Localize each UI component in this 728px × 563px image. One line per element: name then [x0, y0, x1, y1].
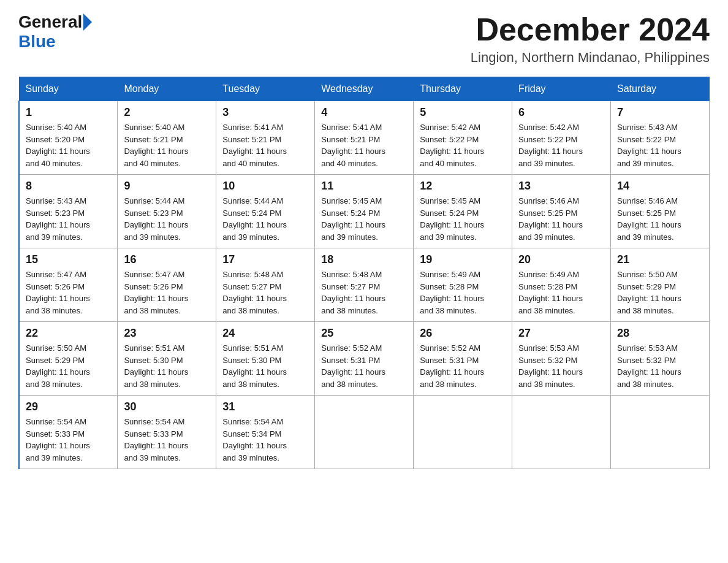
- day-info: Sunrise: 5:54 AM Sunset: 5:33 PM Dayligh…: [124, 416, 210, 464]
- calendar-week-row: 8 Sunrise: 5:43 AM Sunset: 5:23 PM Dayli…: [19, 175, 710, 248]
- page-header: General Blue December 2024 Lingion, Nort…: [18, 12, 710, 66]
- month-title: December 2024: [471, 12, 710, 47]
- calendar-cell: 16 Sunrise: 5:47 AM Sunset: 5:26 PM Dayl…: [118, 248, 216, 322]
- day-info: Sunrise: 5:54 AM Sunset: 5:33 PM Dayligh…: [26, 416, 111, 464]
- day-info: Sunrise: 5:41 AM Sunset: 5:21 PM Dayligh…: [321, 121, 407, 169]
- day-info: Sunrise: 5:42 AM Sunset: 5:22 PM Dayligh…: [420, 121, 506, 169]
- day-number: 2: [124, 106, 210, 119]
- calendar-cell: 31 Sunrise: 5:54 AM Sunset: 5:34 PM Dayl…: [216, 396, 315, 469]
- calendar-cell: 29 Sunrise: 5:54 AM Sunset: 5:33 PM Dayl…: [19, 396, 118, 469]
- day-info: Sunrise: 5:51 AM Sunset: 5:30 PM Dayligh…: [124, 342, 210, 390]
- header-sunday: Sunday: [19, 77, 118, 101]
- calendar-cell: [611, 396, 710, 469]
- day-number: 9: [124, 180, 210, 193]
- header-wednesday: Wednesday: [315, 77, 414, 101]
- calendar-cell: 18 Sunrise: 5:48 AM Sunset: 5:27 PM Dayl…: [315, 248, 414, 322]
- day-info: Sunrise: 5:50 AM Sunset: 5:29 PM Dayligh…: [26, 342, 111, 390]
- day-number: 19: [420, 253, 506, 266]
- day-number: 17: [222, 253, 308, 266]
- header-saturday: Saturday: [611, 77, 710, 101]
- day-info: Sunrise: 5:48 AM Sunset: 5:27 PM Dayligh…: [222, 269, 308, 316]
- calendar-cell: 3 Sunrise: 5:41 AM Sunset: 5:21 PM Dayli…: [216, 101, 315, 175]
- calendar-week-row: 29 Sunrise: 5:54 AM Sunset: 5:33 PM Dayl…: [19, 396, 710, 469]
- calendar-cell: [512, 396, 611, 469]
- day-info: Sunrise: 5:45 AM Sunset: 5:24 PM Dayligh…: [321, 195, 407, 243]
- day-number: 31: [222, 400, 308, 413]
- day-info: Sunrise: 5:52 AM Sunset: 5:31 PM Dayligh…: [321, 342, 407, 390]
- day-info: Sunrise: 5:41 AM Sunset: 5:21 PM Dayligh…: [222, 121, 308, 169]
- logo-triangle-icon: [83, 13, 92, 31]
- calendar-cell: 25 Sunrise: 5:52 AM Sunset: 5:31 PM Dayl…: [315, 322, 414, 396]
- day-info: Sunrise: 5:46 AM Sunset: 5:25 PM Dayligh…: [518, 195, 604, 243]
- day-info: Sunrise: 5:54 AM Sunset: 5:34 PM Dayligh…: [222, 416, 308, 464]
- day-number: 16: [124, 253, 210, 266]
- day-info: Sunrise: 5:44 AM Sunset: 5:23 PM Dayligh…: [124, 195, 210, 243]
- day-info: Sunrise: 5:46 AM Sunset: 5:25 PM Dayligh…: [617, 195, 703, 243]
- day-info: Sunrise: 5:43 AM Sunset: 5:22 PM Dayligh…: [617, 121, 703, 169]
- logo-blue-text: Blue: [18, 32, 56, 52]
- header-monday: Monday: [118, 77, 216, 101]
- calendar-cell: [315, 396, 414, 469]
- day-info: Sunrise: 5:53 AM Sunset: 5:32 PM Dayligh…: [617, 342, 703, 390]
- day-number: 10: [222, 180, 308, 193]
- day-info: Sunrise: 5:45 AM Sunset: 5:24 PM Dayligh…: [420, 195, 506, 243]
- calendar-cell: 22 Sunrise: 5:50 AM Sunset: 5:29 PM Dayl…: [19, 322, 118, 396]
- calendar-cell: 2 Sunrise: 5:40 AM Sunset: 5:21 PM Dayli…: [118, 101, 216, 175]
- day-number: 29: [26, 400, 111, 413]
- calendar-cell: [414, 396, 512, 469]
- calendar-cell: 5 Sunrise: 5:42 AM Sunset: 5:22 PM Dayli…: [414, 101, 512, 175]
- day-info: Sunrise: 5:40 AM Sunset: 5:20 PM Dayligh…: [26, 121, 111, 169]
- day-number: 4: [321, 106, 407, 119]
- calendar-week-row: 15 Sunrise: 5:47 AM Sunset: 5:26 PM Dayl…: [19, 248, 710, 322]
- day-number: 1: [26, 106, 111, 119]
- day-number: 8: [26, 180, 111, 193]
- calendar-cell: 14 Sunrise: 5:46 AM Sunset: 5:25 PM Dayl…: [611, 175, 710, 248]
- calendar-cell: 30 Sunrise: 5:54 AM Sunset: 5:33 PM Dayl…: [118, 396, 216, 469]
- day-number: 30: [124, 400, 210, 413]
- day-info: Sunrise: 5:52 AM Sunset: 5:31 PM Dayligh…: [420, 342, 506, 390]
- day-number: 26: [420, 327, 506, 340]
- calendar-cell: 15 Sunrise: 5:47 AM Sunset: 5:26 PM Dayl…: [19, 248, 118, 322]
- day-number: 11: [321, 180, 407, 193]
- day-number: 14: [617, 180, 703, 193]
- day-number: 12: [420, 180, 506, 193]
- day-info: Sunrise: 5:53 AM Sunset: 5:32 PM Dayligh…: [518, 342, 604, 390]
- day-number: 13: [518, 180, 604, 193]
- calendar-week-row: 1 Sunrise: 5:40 AM Sunset: 5:20 PM Dayli…: [19, 101, 710, 175]
- calendar-cell: 7 Sunrise: 5:43 AM Sunset: 5:22 PM Dayli…: [611, 101, 710, 175]
- calendar-cell: 23 Sunrise: 5:51 AM Sunset: 5:30 PM Dayl…: [118, 322, 216, 396]
- day-info: Sunrise: 5:51 AM Sunset: 5:30 PM Dayligh…: [222, 342, 308, 390]
- calendar-cell: 4 Sunrise: 5:41 AM Sunset: 5:21 PM Dayli…: [315, 101, 414, 175]
- day-number: 20: [518, 253, 604, 266]
- calendar-cell: 28 Sunrise: 5:53 AM Sunset: 5:32 PM Dayl…: [611, 322, 710, 396]
- day-number: 28: [617, 327, 703, 340]
- day-number: 7: [617, 106, 703, 119]
- calendar-cell: 20 Sunrise: 5:49 AM Sunset: 5:28 PM Dayl…: [512, 248, 611, 322]
- day-info: Sunrise: 5:49 AM Sunset: 5:28 PM Dayligh…: [518, 269, 604, 316]
- header-thursday: Thursday: [414, 77, 512, 101]
- day-info: Sunrise: 5:48 AM Sunset: 5:27 PM Dayligh…: [321, 269, 407, 316]
- day-number: 25: [321, 327, 407, 340]
- day-number: 15: [26, 253, 111, 266]
- calendar-cell: 6 Sunrise: 5:42 AM Sunset: 5:22 PM Dayli…: [512, 101, 611, 175]
- calendar-cell: 8 Sunrise: 5:43 AM Sunset: 5:23 PM Dayli…: [19, 175, 118, 248]
- header-friday: Friday: [512, 77, 611, 101]
- day-number: 24: [222, 327, 308, 340]
- day-info: Sunrise: 5:43 AM Sunset: 5:23 PM Dayligh…: [26, 195, 111, 243]
- calendar-cell: 19 Sunrise: 5:49 AM Sunset: 5:28 PM Dayl…: [414, 248, 512, 322]
- location-title: Lingion, Northern Mindanao, Philippines: [471, 50, 710, 66]
- calendar-cell: 12 Sunrise: 5:45 AM Sunset: 5:24 PM Dayl…: [414, 175, 512, 248]
- day-number: 3: [222, 106, 308, 119]
- calendar-cell: 21 Sunrise: 5:50 AM Sunset: 5:29 PM Dayl…: [611, 248, 710, 322]
- logo: General Blue: [18, 12, 93, 52]
- calendar-cell: 26 Sunrise: 5:52 AM Sunset: 5:31 PM Dayl…: [414, 322, 512, 396]
- day-info: Sunrise: 5:40 AM Sunset: 5:21 PM Dayligh…: [124, 121, 210, 169]
- day-number: 27: [518, 327, 604, 340]
- calendar-cell: 27 Sunrise: 5:53 AM Sunset: 5:32 PM Dayl…: [512, 322, 611, 396]
- day-info: Sunrise: 5:42 AM Sunset: 5:22 PM Dayligh…: [518, 121, 604, 169]
- day-info: Sunrise: 5:47 AM Sunset: 5:26 PM Dayligh…: [124, 269, 210, 316]
- calendar-table: SundayMondayTuesdayWednesdayThursdayFrid…: [18, 77, 710, 469]
- calendar-cell: 9 Sunrise: 5:44 AM Sunset: 5:23 PM Dayli…: [118, 175, 216, 248]
- calendar-cell: 10 Sunrise: 5:44 AM Sunset: 5:24 PM Dayl…: [216, 175, 315, 248]
- day-info: Sunrise: 5:49 AM Sunset: 5:28 PM Dayligh…: [420, 269, 506, 316]
